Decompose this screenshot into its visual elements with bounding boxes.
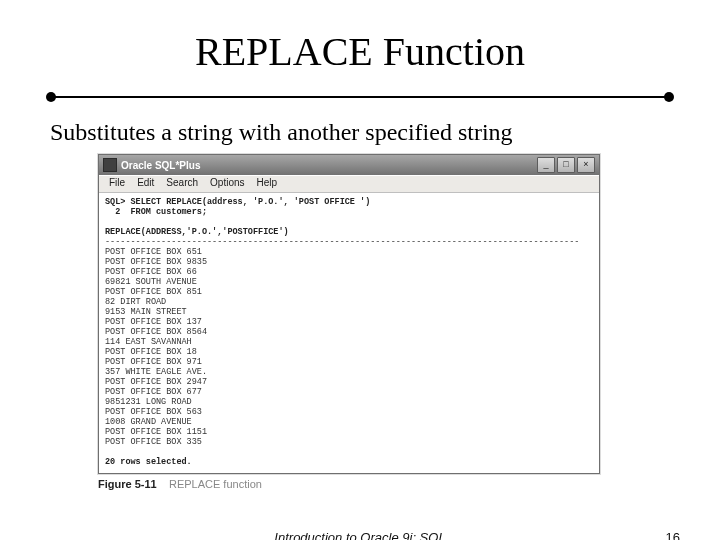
title-rule [50, 89, 670, 105]
blank-line [105, 217, 593, 227]
menu-help[interactable]: Help [251, 176, 284, 192]
result-row: POST OFFICE BOX 1151 [105, 427, 593, 437]
terminal-output: SQL> SELECT REPLACE(address, 'P.O.', 'PO… [99, 193, 599, 473]
menubar: File Edit Search Options Help [99, 175, 599, 193]
menu-options[interactable]: Options [204, 176, 250, 192]
result-rows: POST OFFICE BOX 651POST OFFICE BOX 9835P… [105, 247, 593, 447]
rule-dot-left [46, 92, 56, 102]
column-header: REPLACE(ADDRESS,'P.O.','POSTOFFICE') [105, 227, 593, 237]
result-row: POST OFFICE BOX 335 [105, 437, 593, 447]
page-number: 16 [666, 530, 680, 540]
result-row: POST OFFICE BOX 18 [105, 347, 593, 357]
rule-line [50, 96, 670, 98]
footer-center: Introduction to Oracle 9i: SQL [0, 530, 720, 540]
rule-dot-right [664, 92, 674, 102]
result-row: POST OFFICE BOX 971 [105, 357, 593, 367]
dashes-line: ----------------------------------------… [105, 237, 593, 247]
menu-edit[interactable]: Edit [131, 176, 160, 192]
sqlplus-window: Oracle SQL*Plus _ □ × File Edit Search O… [98, 154, 600, 474]
result-row: POST OFFICE BOX 563 [105, 407, 593, 417]
result-row: POST OFFICE BOX 677 [105, 387, 593, 397]
result-row: 357 WHITE EAGLE AVE. [105, 367, 593, 377]
slide-subtitle: Substitutes a string with another specif… [50, 119, 670, 146]
minimize-button[interactable]: _ [537, 157, 555, 173]
result-row: POST OFFICE BOX 8564 [105, 327, 593, 337]
result-row: 9153 MAIN STREET [105, 307, 593, 317]
app-icon [103, 158, 117, 172]
window-title: Oracle SQL*Plus [121, 160, 537, 171]
result-row: 69821 SOUTH AVENUE [105, 277, 593, 287]
slide-title: REPLACE Function [0, 28, 720, 75]
blank-line-2 [105, 447, 593, 457]
figure-caption: Figure 5-11 REPLACE function [98, 478, 720, 490]
result-row: POST OFFICE BOX 66 [105, 267, 593, 277]
result-row: 9851231 LONG ROAD [105, 397, 593, 407]
result-row: POST OFFICE BOX 651 [105, 247, 593, 257]
sql-line-1: SQL> SELECT REPLACE(address, 'P.O.', 'PO… [105, 197, 593, 207]
menu-file[interactable]: File [103, 176, 131, 192]
slide-footer: Introduction to Oracle 9i: SQL 16 [0, 530, 720, 540]
rows-selected: 20 rows selected. [105, 457, 593, 467]
result-row: POST OFFICE BOX 851 [105, 287, 593, 297]
menu-search[interactable]: Search [160, 176, 204, 192]
result-row: 1008 GRAND AVENUE [105, 417, 593, 427]
window-titlebar: Oracle SQL*Plus _ □ × [99, 155, 599, 175]
result-row: 114 EAST SAVANNAH [105, 337, 593, 347]
result-row: 82 DIRT ROAD [105, 297, 593, 307]
figure-text: REPLACE function [169, 478, 262, 490]
maximize-button[interactable]: □ [557, 157, 575, 173]
sql-line-2: 2 FROM customers; [105, 207, 593, 217]
window-controls: _ □ × [537, 157, 595, 173]
figure-label: Figure 5-11 [98, 478, 157, 490]
result-row: POST OFFICE BOX 9835 [105, 257, 593, 267]
result-row: POST OFFICE BOX 137 [105, 317, 593, 327]
close-button[interactable]: × [577, 157, 595, 173]
result-row: POST OFFICE BOX 2947 [105, 377, 593, 387]
